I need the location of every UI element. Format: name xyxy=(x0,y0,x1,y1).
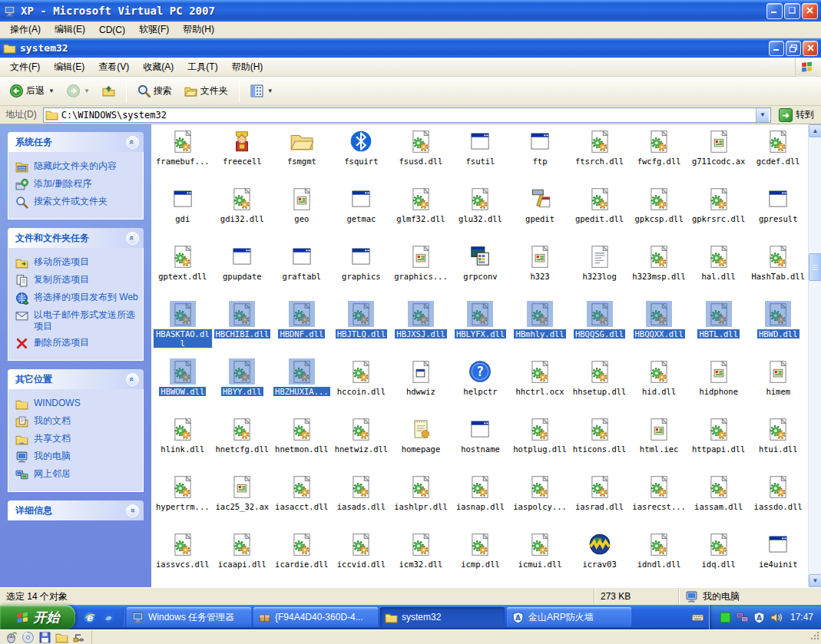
file-item[interactable]: glu32.dll xyxy=(451,183,511,241)
file-item[interactable]: hal.dll xyxy=(689,241,749,299)
file-item[interactable]: HBLYFX.dll xyxy=(451,299,511,356)
file-item[interactable]: fsutil xyxy=(451,126,511,183)
input-method-indicator[interactable] xyxy=(691,611,704,624)
file-item[interactable]: iasrad.dll xyxy=(570,471,630,529)
file-item[interactable]: idndl.dll xyxy=(629,529,689,586)
clock[interactable]: 17:47 xyxy=(790,612,813,623)
file-item[interactable]: himem xyxy=(748,356,808,414)
launch-app-icon[interactable] xyxy=(102,611,115,624)
file-item[interactable]: gpresult xyxy=(748,183,808,241)
floppy-icon[interactable] xyxy=(38,631,51,644)
file-item[interactable]: homepage xyxy=(391,414,451,471)
task-pane-link[interactable]: 搜索文件或文件夹 xyxy=(15,193,138,211)
host-close-button[interactable] xyxy=(802,3,818,19)
explorer-minimize-button[interactable] xyxy=(769,41,784,56)
file-item[interactable]: iasads.dll xyxy=(332,471,392,529)
file-item[interactable]: hotplug.dll xyxy=(510,414,570,471)
file-item[interactable]: httpapi.dll xyxy=(689,414,749,471)
taskbar-task-button[interactable]: A金山ARP防火墙 xyxy=(507,607,631,627)
address-dropdown-button[interactable]: ▼ xyxy=(756,108,769,122)
chevron-down-icon[interactable]: « xyxy=(126,504,139,517)
chevron-up-icon[interactable]: « xyxy=(126,232,139,245)
file-item[interactable]: gpkrsrc.dll xyxy=(689,183,749,241)
task-pane-section-header[interactable]: 文件和文件夹任务 « xyxy=(8,228,144,248)
file-item[interactable]: iccvid.dll xyxy=(332,529,392,586)
file-item[interactable]: HBDNF.dll xyxy=(272,299,332,356)
file-item[interactable]: HBQQSG.dll xyxy=(570,299,630,356)
file-item[interactable]: hypertrm... xyxy=(153,471,213,529)
task-pane-section-header[interactable]: 系统任务 « xyxy=(8,132,144,152)
file-item[interactable]: iasacct.dll xyxy=(272,471,332,529)
file-item[interactable]: hhctrl.ocx xyxy=(510,356,570,414)
file-item[interactable]: ? helpctr xyxy=(451,356,511,414)
file-item[interactable]: HBQQXX.dll xyxy=(629,299,689,356)
host-menu-item[interactable]: 帮助(H) xyxy=(176,21,221,38)
explorer-menu-item[interactable]: 查看(V) xyxy=(91,59,136,75)
file-item[interactable]: freecell xyxy=(213,126,273,183)
task-pane-link[interactable]: 我的电脑 xyxy=(15,448,138,466)
address-input[interactable]: C:\WINDOWS\system32 ▼ xyxy=(43,107,771,123)
taskbar-task-button[interactable]: system32 xyxy=(380,607,505,627)
file-item[interactable]: HBYY.dll xyxy=(213,356,273,414)
green-square-icon[interactable] xyxy=(719,611,732,624)
file-item[interactable]: HashTab.dll xyxy=(748,241,808,299)
folders-button[interactable]: 文件夹 xyxy=(179,81,233,101)
task-pane-link[interactable]: 共享文档 xyxy=(15,431,138,448)
file-item[interactable]: hhsetup.dll xyxy=(570,356,630,414)
volume-icon[interactable] xyxy=(770,611,783,624)
file-item[interactable]: ftp xyxy=(510,126,570,183)
host-menu-item[interactable]: 操作(A) xyxy=(3,21,48,38)
task-pane-link[interactable]: 删除所选项目 xyxy=(15,335,138,352)
task-pane-link[interactable]: 复制所选项目 xyxy=(15,272,138,289)
vertical-scrollbar[interactable]: ▲ ▼ xyxy=(808,124,821,587)
file-item[interactable]: iassvcs.dll xyxy=(153,529,213,586)
file-item[interactable]: HBWD.dll xyxy=(748,299,808,356)
file-item[interactable]: htui.dll xyxy=(748,414,808,471)
file-item[interactable]: iaspolcy... xyxy=(510,471,570,529)
file-item[interactable]: ie4uinit xyxy=(748,529,808,586)
file-item[interactable]: idq.dll xyxy=(689,529,749,586)
file-item[interactable]: getmac xyxy=(332,183,392,241)
explorer-menu-item[interactable]: 收藏(A) xyxy=(136,59,180,75)
file-item[interactable]: HBASKTAO.dll xyxy=(153,299,213,356)
file-item[interactable]: gpkcsp.dll xyxy=(629,183,689,241)
file-item[interactable]: ftsrch.dll xyxy=(570,126,630,183)
chevron-up-icon[interactable]: « xyxy=(126,373,139,386)
file-item[interactable]: HBJTLQ.dll xyxy=(332,299,392,356)
task-pane-section-header[interactable]: 详细信息 « xyxy=(8,500,144,520)
file-item[interactable]: gptext.dll xyxy=(153,241,213,299)
task-pane-link[interactable]: 移动所选项目 xyxy=(15,254,138,272)
file-item[interactable]: icrav03 xyxy=(570,529,630,586)
back-button[interactable]: 后退▼ xyxy=(5,81,60,101)
arp-shield-icon[interactable]: A xyxy=(753,611,766,624)
explorer-restore-button[interactable] xyxy=(786,41,801,56)
file-item[interactable]: hccoin.dll xyxy=(332,356,392,414)
file-item[interactable]: hidphone xyxy=(689,356,749,414)
taskbar-task-button[interactable]: Windows 任务管理器 xyxy=(127,607,251,627)
file-item[interactable]: framebuf... xyxy=(153,126,213,183)
file-item[interactable]: h323 xyxy=(510,241,570,299)
file-item[interactable]: hnetmon.dll xyxy=(272,414,332,471)
folder-icon[interactable] xyxy=(55,631,68,644)
task-pane-link[interactable]: 以电子邮件形式发送所选项目 xyxy=(15,307,138,335)
host-maximize-button[interactable] xyxy=(784,3,800,19)
start-button[interactable]: 开始 xyxy=(0,605,75,629)
task-pane-link[interactable]: 网上邻居 xyxy=(15,466,138,484)
file-item[interactable]: fwcfg.dll xyxy=(629,126,689,183)
scroll-down-button[interactable]: ▼ xyxy=(809,574,821,587)
task-pane-link[interactable]: 添加/删除程序 xyxy=(15,176,138,193)
host-menu-item[interactable]: 编辑(E) xyxy=(48,21,92,38)
file-item[interactable]: HBTL.dll xyxy=(689,299,749,356)
file-item[interactable]: iac25_32.ax xyxy=(213,471,273,529)
file-item[interactable]: icmui.dll xyxy=(510,529,570,586)
host-menu-item[interactable]: CD(C) xyxy=(92,23,132,37)
file-item[interactable]: HBmhly.dll xyxy=(510,299,570,356)
file-item[interactable]: icaapi.dll xyxy=(213,529,273,586)
mouse-icon[interactable] xyxy=(5,631,18,644)
host-minimize-button[interactable] xyxy=(766,3,783,19)
up-button[interactable] xyxy=(97,81,121,101)
explorer-menu-item[interactable]: 编辑(E) xyxy=(47,59,91,75)
cd-icon[interactable] xyxy=(22,631,35,644)
chevron-up-icon[interactable]: « xyxy=(126,136,139,149)
file-item[interactable]: icm32.dll xyxy=(391,529,451,586)
